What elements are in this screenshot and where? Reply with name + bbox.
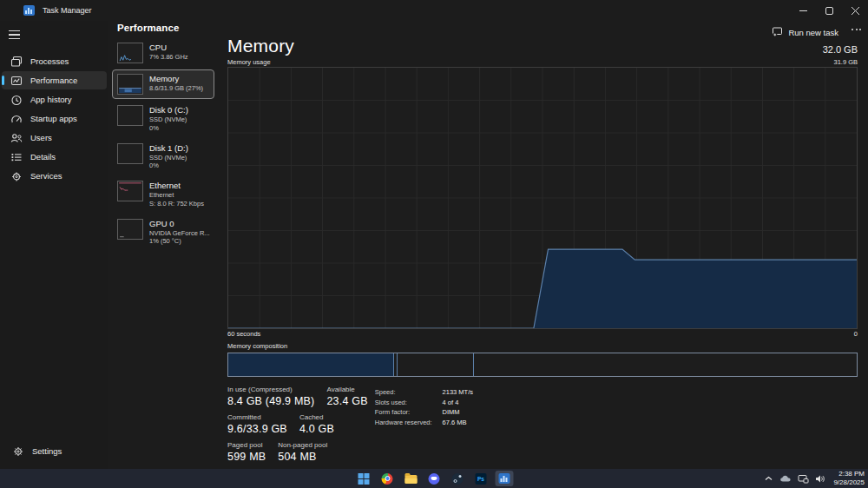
x-axis-right-label: 0 [854, 330, 858, 339]
memory-stats-left: In use (Compressed) 8.4 GB (49.9 MB) Ava… [227, 386, 368, 469]
perf-item-sub2: 0% [149, 162, 188, 170]
perf-item-sub: SSD (NVMe) [149, 115, 188, 124]
taskbar: Ps 2:38 PM 9/28/2025 [0, 469, 868, 488]
stat-hw-reserved-label: Hardware reserved: [375, 419, 432, 426]
system-tray: 2:38 PM 9/28/2025 [764, 469, 865, 488]
sidebar-item-label: Users [30, 133, 52, 142]
perf-item-title: CPU [149, 43, 188, 52]
stat-speed-value: 2133 MT/s [443, 388, 473, 396]
perf-item-sub: 7% 3.86 GHz [149, 53, 188, 62]
disk0-thumbnail-chart [117, 105, 143, 126]
page-title: Performance [117, 23, 179, 33]
perf-item-sub2: 0% [149, 124, 188, 133]
stat-form-factor-label: Form factor: [375, 408, 432, 416]
steam-icon [452, 473, 464, 485]
task-manager-screen: Task Manager Processes [0, 0, 868, 488]
stat-slots-label: Slots used: [375, 399, 432, 406]
memory-composition-bar [227, 353, 858, 377]
task-manager-app-icon [23, 5, 35, 16]
perf-item-memory[interactable]: Memory 8.6/31.9 GB (27%) [112, 69, 214, 99]
sidebar-item-label: Settings [32, 446, 62, 456]
titlebar: Task Manager [0, 0, 868, 21]
task-manager-icon [499, 473, 510, 484]
settings-gear-icon [12, 445, 24, 458]
run-new-task-button[interactable]: Run new task [766, 25, 844, 40]
stat-available: Available 23.4 GB [326, 386, 367, 407]
task-manager-taskbar-button[interactable] [496, 471, 514, 486]
memory-stats-right: Speed: 2133 MT/s Slots used: 4 of 4 Form… [375, 386, 473, 469]
taskbar-clock[interactable]: 2:38 PM 9/28/2025 [832, 470, 865, 488]
perf-item-ethernet[interactable]: Ethernet Ethernet S: 8.0 R: 752 Kbps [112, 176, 214, 213]
chrome-taskbar-button[interactable] [378, 471, 397, 486]
volume-icon[interactable] [815, 474, 825, 484]
discord-taskbar-button[interactable] [425, 471, 444, 486]
stat-slots-value: 4 of 4 [443, 399, 473, 406]
main-header: Performance [108, 21, 868, 34]
perf-item-cpu[interactable]: CPU 7% 3.86 GHz [112, 38, 214, 68]
main-area: Performance Run new task CPU [108, 21, 868, 469]
stat-non-paged-pool: Non-paged pool 504 MB [278, 441, 327, 463]
sidebar-item-details[interactable]: Details [2, 148, 107, 166]
sidebar-item-processes[interactable]: Processes [2, 52, 107, 70]
more-options-icon[interactable] [852, 29, 861, 30]
file-explorer-taskbar-button[interactable] [402, 471, 420, 486]
sidebar-item-users[interactable]: Users [2, 129, 107, 147]
window-controls [790, 0, 868, 21]
memory-thumbnail-chart [117, 74, 143, 95]
stat-cached: Cached 4.0 GB [299, 413, 334, 435]
performance-icon [10, 75, 23, 87]
stat-speed-label: Speed: [375, 388, 432, 396]
gpu0-thumbnail-chart [117, 219, 143, 240]
stat-form-factor-value: DIMM [443, 408, 473, 416]
perf-item-title: Memory [149, 74, 203, 83]
perf-item-gpu0[interactable]: GPU 0 NVIDIA GeForce R... 1% (50 °C) [112, 214, 214, 251]
photoshop-icon: Ps [476, 473, 487, 485]
sidebar-item-label: Processes [30, 56, 69, 66]
composition-divider-modified [397, 353, 398, 376]
sidebar: Processes Performance App history Startu… [0, 21, 108, 469]
maximize-button[interactable] [816, 0, 842, 21]
perf-item-disk1[interactable]: Disk 1 (D:) SSD (NVMe) 0% [112, 139, 214, 175]
memory-total-capacity: 32.0 GB [823, 44, 858, 56]
perf-item-sub: SSD (NVMe) [149, 154, 188, 162]
steam-taskbar-button[interactable] [449, 471, 467, 486]
composition-divider-standby [473, 353, 474, 376]
onedrive-icon[interactable] [779, 474, 792, 483]
memory-graph-svg [228, 68, 857, 328]
perf-item-disk0[interactable]: Disk 0 (C:) SSD (NVMe) 0% [112, 101, 214, 137]
chrome-icon [382, 473, 393, 485]
run-new-task-label: Run new task [788, 28, 838, 37]
perf-item-sub2: 1% (50 °C) [149, 237, 210, 246]
sidebar-item-services[interactable]: Services [2, 167, 107, 185]
stat-in-use: In use (Compressed) 8.4 GB (49.9 MB) [227, 386, 314, 407]
hamburger-menu-icon[interactable] [9, 27, 28, 43]
sidebar-item-performance[interactable]: Performance [2, 71, 107, 89]
minimize-button[interactable] [790, 0, 816, 21]
cast-screen-icon[interactable] [798, 474, 809, 484]
memory-stats: In use (Compressed) 8.4 GB (49.9 MB) Ava… [227, 386, 858, 469]
perf-item-title: Disk 0 (C:) [149, 105, 188, 115]
processes-icon [10, 56, 23, 68]
x-axis-left-label: 60 seconds [227, 330, 260, 339]
sidebar-item-settings[interactable]: Settings [3, 442, 105, 460]
services-gear-icon [10, 170, 23, 182]
file-explorer-icon [404, 475, 417, 484]
sidebar-item-startup-apps[interactable]: Startup apps [2, 109, 107, 128]
stat-committed: Committed 9.6/33.9 GB [227, 413, 287, 435]
disk1-thumbnail-chart [117, 143, 143, 164]
composition-segment-in_use [228, 353, 393, 376]
perf-item-sub: Ethernet [149, 191, 204, 200]
close-button[interactable] [842, 0, 868, 21]
clock-date: 9/28/2025 [833, 478, 865, 487]
perf-item-title: GPU 0 [149, 219, 210, 228]
photoshop-taskbar-button[interactable]: Ps [472, 471, 490, 486]
composition-divider-in_use [393, 353, 394, 376]
sidebar-item-app-history[interactable]: App history [2, 90, 107, 109]
sidebar-item-label: Services [30, 171, 62, 181]
start-button[interactable] [355, 471, 373, 486]
tray-chevron-up-icon[interactable] [764, 474, 773, 483]
details-list-icon [10, 151, 23, 163]
graph-max-label: 31.9 GB [833, 58, 858, 67]
windows-start-icon [358, 473, 370, 485]
memory-composition-label: Memory composition [227, 342, 858, 350]
